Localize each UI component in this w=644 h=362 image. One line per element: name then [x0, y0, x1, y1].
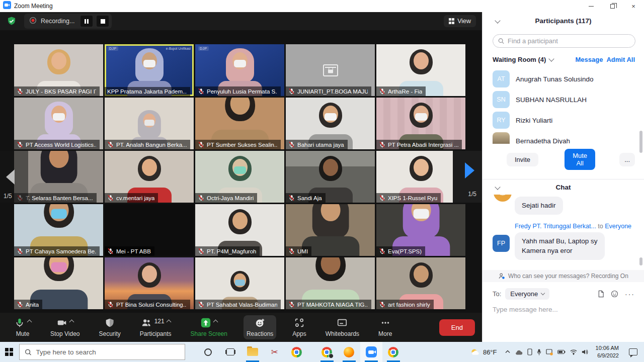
toolbar-more-button[interactable]: More: [375, 315, 395, 339]
toolbar-apps-button[interactable]: Apps: [289, 315, 309, 339]
video-tile[interactable]: DJP Penyuluh Lusia Permata S...: [195, 44, 284, 96]
arrow-right-icon[interactable]: [465, 162, 474, 178]
firefox-taskbar-icon[interactable]: [338, 342, 360, 362]
toolbar-mute-button[interactable]: Mute: [11, 315, 34, 339]
participant-name: Rizki Yuliarti: [516, 117, 552, 124]
more-options-icon[interactable]: ···: [625, 290, 635, 298]
video-tile[interactable]: JUNIARTI_PT.BOGA MAJU...: [286, 44, 375, 96]
participant-row[interactable]: SN SUBHAN NASRULLAH: [482, 89, 644, 110]
tile-name-tag: PT Petra Abadi Intergrasi ...: [376, 140, 462, 149]
video-tile[interactable]: PT Petra Abadi Intergrasi ...: [376, 98, 465, 149]
notification-center-button[interactable]: [624, 342, 642, 362]
pause-recording-button[interactable]: [80, 16, 93, 27]
chrome-badged-taskbar-icon[interactable]: [316, 342, 338, 362]
weather-widget[interactable]: 86°F: [466, 348, 501, 356]
snipping-tool-taskbar-icon[interactable]: ✂: [264, 342, 286, 362]
chevron-up-icon[interactable]: [166, 320, 171, 325]
video-tile[interactable]: Bahari utama jaya: [286, 98, 375, 149]
video-tile[interactable]: art fashion shirly: [376, 257, 465, 309]
toolbar-share-screen-button[interactable]: Share Screen: [188, 315, 230, 339]
next-page-control[interactable]: 1/5: [453, 151, 481, 203]
recipient-select[interactable]: Everyone: [505, 288, 549, 300]
chevron-up-icon[interactable]: [27, 320, 32, 325]
taskbar-clock[interactable]: 10:06 AM 6/9/2022: [593, 344, 624, 359]
video-tile[interactable]: cv.mentari jaya: [105, 151, 194, 203]
video-tile[interactable]: PT. Analah Bangun Berka...: [105, 98, 194, 149]
chrome-taskbar-icon[interactable]: [382, 342, 405, 362]
video-tile[interactable]: PT Access World Logistics...: [14, 98, 103, 149]
emoji-icon[interactable]: [611, 290, 618, 298]
tile-logo: DJP: [108, 46, 118, 51]
mic-icon[interactable]: [537, 349, 541, 355]
file-explorer-taskbar-icon[interactable]: [242, 342, 264, 362]
video-tile[interactable]: PT Sahabat Valas-Budiman: [195, 257, 284, 309]
video-tile[interactable]: Mei - PT ABB: [105, 204, 194, 256]
chevron-down-icon[interactable]: [549, 56, 554, 61]
toolbar-whiteboards-button[interactable]: Whiteboards: [323, 315, 362, 339]
chat-sender[interactable]: Fredy PT. Tritunggal Berkat...: [515, 223, 596, 230]
video-tile[interactable]: Sandi Aja: [286, 151, 375, 203]
chat-recipient[interactable]: Everyone: [605, 223, 631, 230]
video-tile[interactable]: XIPS 1-Russel Ryu: [376, 151, 465, 203]
admit-all-link[interactable]: Admit All: [606, 56, 635, 63]
chevron-up-icon[interactable]: [213, 320, 218, 325]
chat-input[interactable]: [493, 306, 634, 313]
video-tile[interactable]: Octri-Jaya Mandiri: [195, 151, 284, 203]
invite-button[interactable]: Invite: [507, 153, 538, 166]
scrollbar-thumb[interactable]: [639, 131, 642, 153]
mute-all-button[interactable]: Mute All: [565, 149, 595, 170]
toolbar-stop-video-button[interactable]: Stop Video: [47, 315, 83, 339]
task-view-taskbar-icon[interactable]: [219, 342, 242, 362]
taskbar-search-input[interactable]: [36, 348, 179, 356]
restore-button[interactable]: [602, 0, 623, 12]
participant-row[interactable]: Bernadetha Diyah: [482, 130, 644, 144]
search-input[interactable]: [508, 37, 630, 45]
screen-share-icon[interactable]: [546, 349, 553, 355]
start-button-icon[interactable]: [5, 348, 13, 356]
collapse-chevron-icon[interactable]: [495, 184, 500, 190]
video-tile[interactable]: DJP e-Bupot Unifikasi KPP Pratama Jakart…: [105, 44, 194, 96]
video-tile[interactable]: JULY - BKS PASAR PAGI IT...: [14, 44, 103, 96]
battery-icon[interactable]: [557, 349, 566, 354]
chevron-up-icon[interactable]: [505, 350, 510, 354]
collapse-chevron-icon[interactable]: [495, 18, 500, 23]
taskbar-search[interactable]: [19, 344, 185, 360]
participant-search[interactable]: [493, 34, 635, 48]
message-link[interactable]: Message: [576, 56, 603, 63]
video-tile[interactable]: UMI: [286, 204, 375, 256]
more-options-button[interactable]: ...: [619, 153, 635, 166]
volume-icon[interactable]: [582, 349, 589, 355]
chevron-up-icon[interactable]: [69, 320, 74, 325]
video-tile[interactable]: Eva(PT.SPS): [376, 204, 465, 256]
view-button[interactable]: View: [444, 15, 476, 27]
chrome-taskbar-icon[interactable]: [286, 342, 308, 362]
video-tile[interactable]: Anita: [14, 257, 103, 309]
minimize-button[interactable]: [581, 0, 602, 12]
participant-row[interactable]: RY Rizki Yuliarti: [482, 110, 644, 130]
video-tile[interactable]: PT MAHKOTA NIAGA TIG...: [286, 257, 375, 309]
cloud-icon[interactable]: [515, 349, 523, 355]
video-tile[interactable]: PT Cahaya Samoedera Be...: [14, 204, 103, 256]
zoom-taskbar-icon[interactable]: [360, 342, 382, 362]
toolbar-security-button[interactable]: Security: [96, 315, 124, 339]
device-icon[interactable]: [527, 348, 532, 355]
participant-row[interactable]: AT Anugrah Tunas Solusindo: [482, 68, 644, 89]
video-tile[interactable]: PT Bina Solusi Consulting...: [105, 257, 194, 309]
video-tile[interactable]: PT Sumber Sukses Sealin...: [195, 98, 284, 149]
video-tile[interactable]: ArthaRe - Fia: [376, 44, 465, 96]
scrollbar-thumb[interactable]: [639, 257, 642, 265]
cortana-taskbar-icon[interactable]: [197, 342, 219, 362]
toolbar-reactions-button[interactable]: Reactions: [244, 315, 276, 339]
toolbar-participants-button[interactable]: 121 Participants: [137, 315, 175, 339]
end-meeting-button[interactable]: End: [439, 319, 475, 336]
chat-compose[interactable]: [482, 300, 644, 319]
video-tile[interactable]: PT. P4M_Magfuroh: [195, 204, 284, 256]
security-shield-icon[interactable]: [6, 16, 17, 27]
close-button[interactable]: ×: [623, 0, 644, 12]
arrow-left-icon[interactable]: [6, 169, 15, 185]
stop-recording-button[interactable]: [97, 16, 109, 27]
wifi-icon[interactable]: [570, 349, 577, 355]
previous-page-control[interactable]: 1/5: [0, 151, 28, 203]
privacy-note[interactable]: Who can see your messages? Recording On: [508, 273, 628, 280]
file-icon[interactable]: [598, 290, 604, 298]
